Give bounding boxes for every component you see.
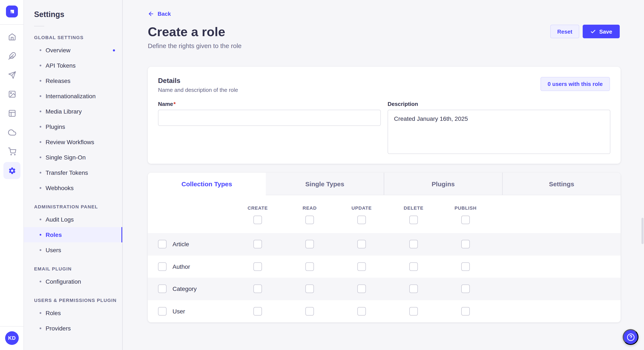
select-row-user-checkbox[interactable]	[158, 307, 166, 316]
page-subtitle: Define the rights given to the role	[148, 42, 242, 49]
perm-category-read-checkbox[interactable]	[306, 285, 314, 293]
column-label-read: READ	[302, 205, 317, 210]
header-actions: Reset Save	[550, 25, 620, 38]
sidebar-item-roles[interactable]: Roles	[24, 227, 122, 242]
user-avatar[interactable]: KD	[5, 331, 19, 345]
perm-author-read-checkbox[interactable]	[306, 262, 314, 271]
select-all-update-checkbox[interactable]	[357, 216, 366, 224]
column-label-delete: DELETE	[404, 205, 424, 210]
perm-user-update-checkbox[interactable]	[357, 307, 366, 316]
reset-button[interactable]: Reset	[550, 25, 579, 38]
select-all-publish-checkbox[interactable]	[461, 216, 470, 224]
select-row-author-checkbox[interactable]	[158, 262, 166, 271]
row-label-zone: Author	[148, 262, 232, 271]
perm-article-publish-checkbox[interactable]	[461, 240, 470, 249]
sidebar-item-plugins[interactable]: Plugins	[24, 119, 122, 134]
sidebar-item-providers[interactable]: Providers	[24, 321, 122, 336]
cell-user-update	[336, 307, 388, 316]
perm-article-read-checkbox[interactable]	[306, 240, 314, 249]
arrow-left-icon	[148, 11, 154, 17]
permissions-header-spacer	[148, 195, 232, 233]
details-fields: Name* Description Created January 16th, …	[158, 101, 610, 156]
sidebar-item-media-library[interactable]: Media Library	[24, 104, 122, 119]
cell-category-delete	[388, 285, 440, 293]
column-read: READ	[284, 195, 336, 233]
cell-user-create	[232, 307, 284, 316]
perm-user-publish-checkbox[interactable]	[461, 307, 470, 316]
select-row-category-checkbox[interactable]	[158, 285, 166, 293]
sidebar-item-audit-logs[interactable]: Audit Logs	[24, 212, 122, 227]
perm-author-publish-checkbox[interactable]	[461, 262, 470, 271]
rail-item-content-feather[interactable]	[4, 47, 20, 64]
rail-item-media-library[interactable]	[4, 85, 20, 103]
select-all-create-checkbox[interactable]	[254, 216, 262, 224]
cell-article-update	[336, 240, 388, 249]
sidebar-item-label: Internationalization	[44, 93, 96, 100]
rail-item-home[interactable]	[4, 28, 20, 45]
permissions-card: Collection TypesSingle TypesPluginsSetti…	[148, 173, 620, 322]
perm-category-update-checkbox[interactable]	[357, 285, 366, 293]
perm-author-create-checkbox[interactable]	[254, 262, 262, 271]
perm-category-create-checkbox[interactable]	[254, 285, 262, 293]
description-textarea[interactable]: Created January 16th, 2025	[388, 110, 610, 154]
sidebar-item-configuration[interactable]: Configuration	[24, 274, 122, 289]
perm-article-update-checkbox[interactable]	[357, 240, 366, 249]
tab-settings[interactable]: Settings	[502, 173, 620, 195]
select-all-read-checkbox[interactable]	[306, 216, 314, 224]
description-label: Description	[388, 101, 610, 107]
sidebar-title-divider	[34, 26, 44, 26]
sidebar-item-label: Audit Logs	[44, 216, 74, 223]
bullet-icon	[40, 49, 41, 51]
sidebar-item-single-sign-on[interactable]: Single Sign-On	[24, 150, 122, 165]
perm-article-delete-checkbox[interactable]	[409, 240, 418, 249]
sidebar-item-internationalization[interactable]: Internationalization	[24, 88, 122, 104]
cell-category-publish	[440, 285, 492, 293]
perm-category-publish-checkbox[interactable]	[461, 285, 470, 293]
required-asterisk: *	[174, 101, 176, 107]
perm-user-create-checkbox[interactable]	[254, 307, 262, 316]
tab-plugins[interactable]: Plugins	[384, 173, 502, 195]
rail-item-release-send[interactable]	[4, 66, 20, 83]
name-input[interactable]	[158, 110, 381, 126]
sidebar-section-users-permissions-plugin: USERS & PERMISSIONS PLUGIN	[34, 298, 122, 303]
perm-category-delete-checkbox[interactable]	[409, 285, 418, 293]
sidebar-title: Settings	[24, 0, 122, 19]
strapi-logo[interactable]	[6, 5, 18, 17]
perm-author-delete-checkbox[interactable]	[409, 262, 418, 271]
sidebar-item-users[interactable]: Users	[24, 242, 122, 258]
bullet-icon	[40, 312, 41, 314]
bullet-icon	[40, 95, 41, 97]
sidebar-section-email-plugin: EMAIL PLUGIN	[34, 266, 122, 271]
scrollbar-thumb[interactable]	[642, 218, 644, 244]
bullet-icon	[40, 141, 41, 143]
sidebar-item-overview[interactable]: Overview	[24, 42, 122, 58]
row-label: User	[172, 308, 185, 315]
tab-collection-types[interactable]: Collection Types	[148, 173, 266, 195]
sidebar-item-webhooks[interactable]: Webhooks	[24, 180, 122, 196]
perm-author-update-checkbox[interactable]	[357, 262, 366, 271]
deploy-cloud-icon	[8, 128, 16, 136]
users-with-role-button[interactable]: 0 users with this role	[540, 77, 610, 91]
perm-user-read-checkbox[interactable]	[306, 307, 314, 316]
select-all-delete-checkbox[interactable]	[409, 216, 418, 224]
tab-single-types[interactable]: Single Types	[266, 173, 384, 195]
perm-article-create-checkbox[interactable]	[254, 240, 262, 249]
back-link[interactable]: Back	[148, 11, 171, 17]
rail-item-settings-gear[interactable]	[4, 162, 20, 179]
sidebar-item-api-tokens[interactable]: API Tokens	[24, 58, 122, 73]
permission-row-user: User	[148, 300, 620, 322]
name-field-group: Name*	[158, 101, 381, 156]
select-row-article-checkbox[interactable]	[158, 240, 166, 249]
sidebar-item-releases[interactable]: Releases	[24, 73, 122, 88]
sidebar-item-roles[interactable]: Roles	[24, 305, 122, 321]
sidebar-item-review-workflows[interactable]: Review Workflows	[24, 134, 122, 150]
save-button[interactable]: Save	[583, 25, 620, 38]
help-button[interactable]	[623, 329, 638, 345]
rail-item-marketplace-cart[interactable]	[4, 143, 20, 160]
rail-item-deploy-cloud[interactable]	[4, 124, 20, 141]
bullet-icon	[40, 219, 41, 220]
rail-item-content-type-layout[interactable]	[4, 105, 20, 122]
perm-user-delete-checkbox[interactable]	[409, 307, 418, 316]
home-icon	[8, 32, 16, 41]
sidebar-item-transfer-tokens[interactable]: Transfer Tokens	[24, 165, 122, 180]
